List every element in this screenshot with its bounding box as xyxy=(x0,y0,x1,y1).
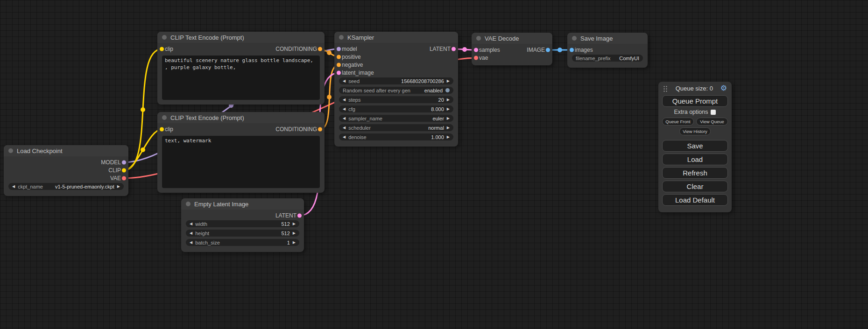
node-title: KSampler xyxy=(347,34,374,41)
widget-scheduler[interactable]: ◀ scheduler normal ▶ xyxy=(339,124,453,131)
output-slot-latent[interactable] xyxy=(452,47,456,51)
settings-gear-icon[interactable]: ⚙ xyxy=(720,84,727,92)
node-title-bar[interactable]: Empty Latent Image xyxy=(181,198,304,210)
decrement-arrow-icon[interactable]: ◀ xyxy=(343,126,346,130)
widget-filename-prefix[interactable]: filename_prefix ComfyUI xyxy=(572,55,643,62)
widget-random-seed-toggle[interactable]: Random seed after every gen enabled xyxy=(339,87,453,94)
queue-front-button[interactable]: Queue Front xyxy=(662,118,694,126)
output-slot-conditioning[interactable] xyxy=(318,47,322,51)
widget-steps[interactable]: ◀ steps 20 ▶ xyxy=(339,96,453,103)
input-label-negative: negative xyxy=(342,62,363,68)
node-title-bar[interactable]: CLIP Text Encode (Prompt) xyxy=(157,112,325,123)
increment-arrow-icon[interactable]: ▶ xyxy=(447,98,450,102)
menu-header: Queue size: 0 ⚙ xyxy=(662,84,728,94)
input-slot-clip[interactable] xyxy=(160,127,164,131)
input-slot-clip[interactable] xyxy=(160,47,164,51)
prompt-textarea[interactable]: text, watermark xyxy=(162,136,320,188)
increment-arrow-icon[interactable]: ▶ xyxy=(447,107,450,111)
increment-arrow-icon[interactable]: ▶ xyxy=(293,241,296,245)
view-queue-button[interactable]: View Queue xyxy=(696,118,728,126)
input-slot-images[interactable] xyxy=(570,48,574,52)
decrement-arrow-icon[interactable]: ◀ xyxy=(190,231,192,235)
input-slot-negative[interactable] xyxy=(337,63,341,67)
node-title-bar[interactable]: VAE Decode xyxy=(472,33,552,44)
input-slot-model[interactable] xyxy=(337,47,341,51)
clear-button[interactable]: Clear xyxy=(662,181,728,192)
collapse-dot[interactable] xyxy=(476,36,481,41)
node-title-bar[interactable]: Load Checkpoint xyxy=(4,145,128,156)
workflow-buttons: Save Load Refresh Clear Load Default xyxy=(662,140,728,206)
drag-handle-icon[interactable] xyxy=(663,85,668,92)
refresh-button[interactable]: Refresh xyxy=(662,167,728,179)
load-default-button[interactable]: Load Default xyxy=(662,194,728,206)
collapse-dot[interactable] xyxy=(162,115,167,120)
view-history-row: View History xyxy=(662,127,728,135)
widget-label: filename_prefix xyxy=(576,56,611,61)
input-label-clip: clip xyxy=(165,126,173,133)
decrement-arrow-icon[interactable]: ◀ xyxy=(343,135,346,139)
input-slot-samples[interactable] xyxy=(474,48,478,52)
node-save-image[interactable]: Save Image images filename_prefix ComfyU… xyxy=(567,33,648,68)
queue-prompt-button[interactable]: Queue Prompt xyxy=(662,95,728,107)
widget-label: cfg xyxy=(348,106,355,112)
collapse-dot[interactable] xyxy=(572,36,577,41)
increment-arrow-icon[interactable]: ▶ xyxy=(447,117,450,120)
increment-arrow-icon[interactable]: ▶ xyxy=(447,79,450,83)
node-ksampler[interactable]: KSampler model LATENT positive negative … xyxy=(334,32,458,147)
save-button[interactable]: Save xyxy=(662,140,728,152)
increment-arrow-icon[interactable]: ▶ xyxy=(293,222,296,226)
output-label-clip: CLIP xyxy=(108,167,121,174)
output-label-conditioning: CONDITIONING xyxy=(275,46,317,52)
collapse-dot[interactable] xyxy=(8,148,13,153)
slot-row: samples IMAGE xyxy=(472,46,552,54)
collapse-dot[interactable] xyxy=(339,35,344,40)
input-slot-vae[interactable] xyxy=(474,56,478,60)
increment-arrow-icon[interactable]: ▶ xyxy=(117,185,120,189)
prompt-textarea[interactable]: beautiful scenery nature glass bottle la… xyxy=(162,56,320,100)
decrement-arrow-icon[interactable]: ◀ xyxy=(190,222,192,226)
node-clip-text-encode-positive[interactable]: CLIP Text Encode (Prompt) clip CONDITION… xyxy=(157,32,325,105)
widget-batch-size[interactable]: ◀ batch_size 1 ▶ xyxy=(186,239,299,246)
input-slot-positive[interactable] xyxy=(337,55,341,59)
node-empty-latent-image[interactable]: Empty Latent Image LATENT ◀ width 512 ▶ … xyxy=(181,198,304,252)
decrement-arrow-icon[interactable]: ◀ xyxy=(12,185,15,189)
node-clip-text-encode-negative[interactable]: CLIP Text Encode (Prompt) clip CONDITION… xyxy=(157,112,325,193)
widget-ckpt-name[interactable]: ◀ ckpt_name v1-5-pruned-emaonly.ckpt ▶ xyxy=(8,183,124,190)
output-slot-model[interactable] xyxy=(122,160,126,164)
graph-canvas[interactable]: Load Checkpoint MODEL CLIP VAE ◀ ckpt_na… xyxy=(0,0,868,329)
load-button[interactable]: Load xyxy=(662,154,728,165)
node-load-checkpoint[interactable]: Load Checkpoint MODEL CLIP VAE ◀ ckpt_na… xyxy=(4,145,128,196)
output-slot-clip[interactable] xyxy=(122,168,126,172)
output-slot-image[interactable] xyxy=(546,48,550,52)
widget-height[interactable]: ◀ height 512 ▶ xyxy=(186,230,299,237)
increment-arrow-icon[interactable]: ▶ xyxy=(447,135,450,139)
output-slot-latent[interactable] xyxy=(297,213,302,217)
input-slot-latent-image[interactable] xyxy=(337,70,341,75)
output-slot-conditioning[interactable] xyxy=(318,127,322,131)
decrement-arrow-icon[interactable]: ◀ xyxy=(343,107,346,111)
extra-options-checkbox[interactable] xyxy=(711,110,716,115)
output-slot-vae[interactable] xyxy=(122,176,126,180)
collapse-dot[interactable] xyxy=(186,202,191,206)
widget-seed[interactable]: ◀ seed 156680208700286 ▶ xyxy=(339,77,453,84)
node-title-bar[interactable]: KSampler xyxy=(334,32,458,43)
increment-arrow-icon[interactable]: ▶ xyxy=(447,126,450,130)
decrement-arrow-icon[interactable]: ◀ xyxy=(343,117,346,120)
toggle-dot[interactable] xyxy=(445,88,450,92)
queue-small-buttons: Queue Front View Queue xyxy=(662,118,728,126)
widget-cfg[interactable]: ◀ cfg 8.000 ▶ xyxy=(339,105,453,112)
node-title-bar[interactable]: Save Image xyxy=(567,33,648,44)
widget-label: scheduler xyxy=(348,125,371,131)
view-history-button[interactable]: View History xyxy=(679,127,711,135)
decrement-arrow-icon[interactable]: ◀ xyxy=(343,98,346,102)
node-title-bar[interactable]: CLIP Text Encode (Prompt) xyxy=(157,32,325,43)
decrement-arrow-icon[interactable]: ◀ xyxy=(343,79,346,83)
decrement-arrow-icon[interactable]: ◀ xyxy=(190,241,192,245)
widget-sampler-name[interactable]: ◀ sampler_name euler ▶ xyxy=(339,115,453,122)
increment-arrow-icon[interactable]: ▶ xyxy=(293,231,296,235)
widget-denoise[interactable]: ◀ denoise 1.000 ▶ xyxy=(339,133,453,140)
slot-row: model LATENT xyxy=(334,45,458,53)
collapse-dot[interactable] xyxy=(162,35,167,40)
widget-width[interactable]: ◀ width 512 ▶ xyxy=(186,220,299,227)
node-vae-decode[interactable]: VAE Decode samples IMAGE vae xyxy=(472,33,552,65)
